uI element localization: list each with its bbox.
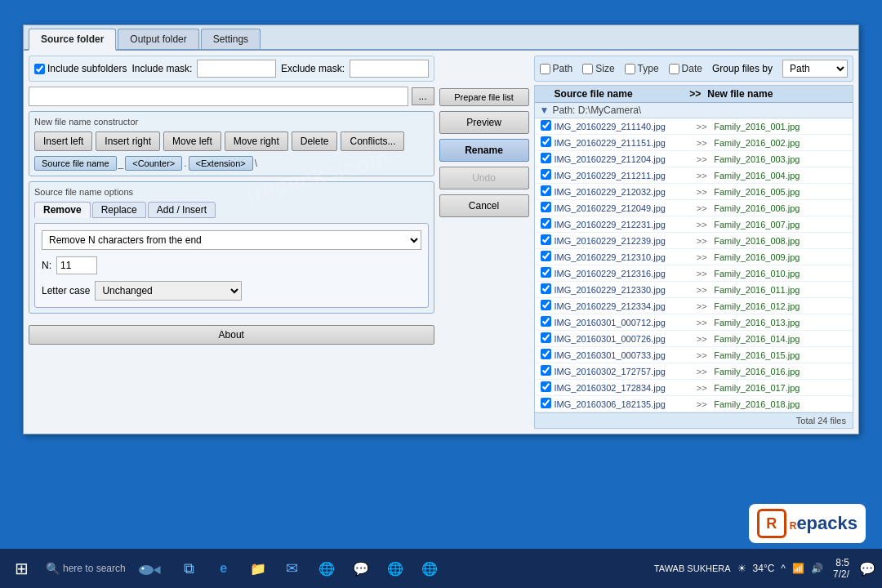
file-checkbox-2[interactable] — [541, 153, 551, 163]
include-subfolders-checkbox[interactable] — [34, 64, 45, 74]
file-checkbox-12[interactable] — [541, 316, 551, 327]
taskbar-app-icons: ⧉ e 📁 ✉ 🌐 💬 🌐 🌐 — [175, 554, 444, 583]
taskbar-multiview-icon[interactable]: ⧉ — [175, 554, 204, 583]
file-checkbox-cell[interactable] — [538, 283, 555, 296]
include-subfolders-label[interactable]: Include subfolders — [34, 63, 127, 74]
file-checkbox-8[interactable] — [541, 251, 551, 261]
chevron-icon[interactable]: ^ — [781, 563, 786, 574]
file-checkbox-1[interactable] — [541, 136, 551, 147]
file-checkbox-11[interactable] — [541, 300, 551, 310]
exclude-mask-input[interactable] — [350, 60, 429, 78]
file-checkbox-cell[interactable] — [538, 316, 555, 329]
preview-button[interactable]: Preview — [439, 111, 529, 134]
file-checkbox-cell[interactable] — [538, 349, 555, 362]
remove-option-select[interactable]: Remove N characters from the end Remove … — [42, 230, 421, 250]
path-input[interactable]: D:\MyCamera\ — [29, 87, 408, 106]
group-files-by-select[interactable]: Path — [782, 60, 848, 78]
file-table-scroll[interactable]: ▼ Path: D:\MyCamera\ IMG_20160229_211140… — [535, 103, 853, 412]
delete-button[interactable]: Delete — [292, 131, 338, 151]
tab-source-folder[interactable]: Source folder — [29, 29, 116, 51]
token-extension[interactable]: <Extension> — [189, 156, 253, 171]
rename-button[interactable]: Rename — [439, 139, 529, 162]
start-button[interactable]: ⊞ — [7, 554, 36, 583]
constructor-title: New file name constructor — [34, 117, 429, 127]
table-row: IMG_20160229_211151.jpg >> Family_2016_0… — [535, 135, 853, 151]
filter-size-label[interactable]: Size — [582, 63, 614, 74]
token-counter[interactable]: <Counter> — [125, 156, 182, 171]
token-source-file-name[interactable]: Source file name — [34, 156, 117, 171]
about-button[interactable]: About — [29, 325, 434, 345]
undo-button[interactable]: Undo — [439, 167, 529, 189]
file-checkbox-15[interactable] — [541, 365, 551, 376]
cancel-button[interactable]: Cancel — [439, 194, 529, 217]
conflicts-button[interactable]: Conflicts... — [341, 131, 404, 151]
file-checkbox-10[interactable] — [541, 283, 551, 294]
file-checkbox-cell[interactable] — [538, 365, 555, 378]
file-checkbox-17[interactable] — [541, 398, 551, 408]
filter-size-checkbox[interactable] — [582, 64, 593, 74]
table-row: IMG_20160229_212231.jpg >> Family_2016_0… — [535, 216, 853, 233]
file-checkbox-13[interactable] — [541, 332, 551, 343]
file-checkbox-9[interactable] — [541, 267, 551, 278]
insert-left-button[interactable]: Insert left — [34, 131, 92, 151]
username-label: TAWAB SUKHERA — [654, 564, 731, 573]
taskbar-explorer-icon[interactable]: 📁 — [243, 554, 273, 583]
insert-right-button[interactable]: Insert right — [96, 131, 160, 151]
filter-path-checkbox[interactable] — [540, 64, 550, 74]
browse-button[interactable]: ... — [412, 87, 434, 105]
options-tab-replace[interactable]: Replace — [92, 202, 146, 218]
filter-type-checkbox[interactable] — [625, 64, 635, 74]
prepare-file-list-button[interactable]: Prepare file list — [439, 88, 529, 106]
options-tab-remove[interactable]: Remove — [34, 202, 91, 218]
tab-output-folder[interactable]: Output folder — [118, 29, 198, 49]
include-mask-input[interactable] — [197, 60, 276, 78]
letter-case-select[interactable]: Unchanged Uppercase Lowercase Title Case — [95, 281, 242, 301]
options-tab-add-insert[interactable]: Add / Insert — [148, 202, 216, 218]
move-right-button[interactable]: Move right — [225, 131, 288, 151]
taskbar-edge-icon[interactable]: e — [209, 554, 238, 583]
taskbar-whatsapp-icon[interactable]: 💬 — [346, 554, 376, 583]
file-checkbox-cell[interactable] — [538, 267, 555, 280]
file-checkbox-16[interactable] — [541, 381, 551, 392]
file-checkbox-cell[interactable] — [538, 185, 555, 198]
file-checkbox-cell[interactable] — [538, 300, 555, 313]
file-checkbox-cell[interactable] — [538, 120, 555, 133]
taskbar-chrome3-icon[interactable]: 🌐 — [415, 554, 444, 583]
taskbar-chrome2-icon[interactable]: 🌐 — [381, 554, 410, 583]
taskbar-chrome-icon[interactable]: 🌐 — [312, 554, 341, 583]
file-checkbox-cell[interactable] — [538, 218, 555, 231]
file-checkbox-cell[interactable] — [538, 202, 555, 215]
file-table: Source file name >> New file name ▼ Path… — [534, 85, 853, 429]
file-checkbox-cell[interactable] — [538, 251, 555, 264]
table-row: IMG_20160302_172757.jpg >> Family_2016_0… — [535, 363, 853, 380]
file-checkbox-cell[interactable] — [538, 136, 555, 149]
filter-path-label[interactable]: Path — [540, 63, 573, 74]
file-checkbox-cell[interactable] — [538, 153, 555, 166]
exclude-mask-label: Exclude mask: — [281, 63, 345, 74]
file-arrow: >> — [689, 171, 714, 180]
file-checkbox-5[interactable] — [541, 202, 551, 212]
group-files-by-label: Group files by — [712, 63, 773, 74]
cortana-icon[interactable] — [136, 554, 165, 583]
file-checkbox-14[interactable] — [541, 349, 551, 359]
filter-date-label[interactable]: Date — [669, 63, 702, 74]
file-checkbox-cell[interactable] — [538, 381, 555, 394]
file-checkbox-cell[interactable] — [538, 169, 555, 182]
file-checkbox-7[interactable] — [541, 234, 551, 245]
taskbar-mail-icon[interactable]: ✉ — [278, 554, 307, 583]
move-left-button[interactable]: Move left — [163, 131, 221, 151]
filter-date-checkbox[interactable] — [669, 64, 679, 74]
file-source-name: IMG_20160301_000726.jpg — [555, 334, 690, 344]
file-checkbox-0[interactable] — [541, 120, 551, 131]
table-row: IMG_20160306_182135.jpg >> Family_2016_0… — [535, 396, 853, 412]
file-checkbox-cell[interactable] — [538, 234, 555, 247]
n-input[interactable]: 11 — [56, 256, 97, 274]
file-checkbox-cell[interactable] — [538, 332, 555, 345]
file-checkbox-4[interactable] — [541, 185, 551, 196]
tab-settings[interactable]: Settings — [201, 29, 261, 49]
file-checkbox-3[interactable] — [541, 169, 551, 180]
file-checkbox-cell[interactable] — [538, 398, 555, 411]
filter-type-label[interactable]: Type — [625, 63, 659, 74]
file-checkbox-6[interactable] — [541, 218, 551, 229]
notification-icon[interactable]: 💬 — [859, 561, 875, 577]
